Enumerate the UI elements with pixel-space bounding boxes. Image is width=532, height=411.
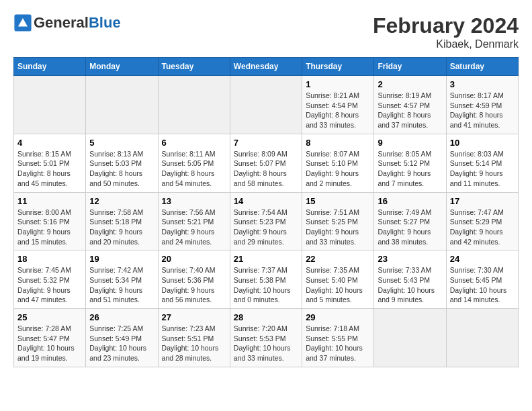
day-info: Sunrise: 8:00 AM Sunset: 5:16 PM Dayligh… [17,208,82,247]
logo-blue-text: Blue [89,14,121,31]
day-info: Sunrise: 7:18 AM Sunset: 5:55 PM Dayligh… [306,324,370,363]
day-info: Sunrise: 7:20 AM Sunset: 5:53 PM Dayligh… [234,324,298,363]
calendar-cell: 27Sunrise: 7:23 AM Sunset: 5:51 PM Dayli… [158,309,230,367]
calendar-cell [374,309,446,367]
day-number: 18 [17,254,82,264]
day-info: Sunrise: 7:54 AM Sunset: 5:23 PM Dayligh… [234,208,298,247]
calendar-cell: 16Sunrise: 7:49 AM Sunset: 5:27 PM Dayli… [374,192,446,250]
calendar-cell: 24Sunrise: 7:30 AM Sunset: 5:45 PM Dayli… [446,250,518,309]
day-number: 24 [450,254,515,264]
logo: GeneralBlue [13,13,121,32]
day-number: 27 [162,312,226,322]
calendar-cell [158,76,230,134]
day-info: Sunrise: 7:40 AM Sunset: 5:36 PM Dayligh… [162,265,226,305]
calendar-cell: 11Sunrise: 8:00 AM Sunset: 5:16 PM Dayli… [14,192,86,250]
header-cell-wednesday: Wednesday [230,58,302,76]
logo-icon [13,13,32,32]
calendar-row-2: 11Sunrise: 8:00 AM Sunset: 5:16 PM Dayli… [14,192,519,250]
day-number: 11 [17,196,82,206]
calendar-cell: 22Sunrise: 7:35 AM Sunset: 5:40 PM Dayli… [302,250,374,309]
calendar-cell: 14Sunrise: 7:54 AM Sunset: 5:23 PM Dayli… [230,192,302,250]
header-cell-sunday: Sunday [14,58,86,76]
calendar-cell: 23Sunrise: 7:33 AM Sunset: 5:43 PM Dayli… [374,250,446,309]
day-number: 29 [306,312,370,322]
calendar-cell: 3Sunrise: 8:17 AM Sunset: 4:59 PM Daylig… [446,76,518,134]
calendar-row-0: 1Sunrise: 8:21 AM Sunset: 4:54 PM Daylig… [14,76,519,134]
day-info: Sunrise: 8:03 AM Sunset: 5:14 PM Dayligh… [450,149,515,189]
day-info: Sunrise: 7:42 AM Sunset: 5:34 PM Dayligh… [89,265,154,305]
page-header: GeneralBlue February 2024 Kibaek, Denmar… [13,13,519,50]
calendar-cell: 29Sunrise: 7:18 AM Sunset: 5:55 PM Dayli… [302,309,374,367]
day-info: Sunrise: 7:45 AM Sunset: 5:32 PM Dayligh… [17,265,82,305]
day-number: 6 [162,138,226,148]
day-info: Sunrise: 8:19 AM Sunset: 4:57 PM Dayligh… [378,91,442,130]
day-number: 12 [89,196,154,206]
calendar-row-4: 25Sunrise: 7:28 AM Sunset: 5:47 PM Dayli… [14,309,519,367]
day-number: 22 [306,254,370,264]
day-info: Sunrise: 7:28 AM Sunset: 5:47 PM Dayligh… [17,324,82,363]
calendar-cell: 7Sunrise: 8:09 AM Sunset: 5:07 PM Daylig… [230,134,302,192]
day-number: 28 [234,312,298,322]
calendar-cell: 10Sunrise: 8:03 AM Sunset: 5:14 PM Dayli… [446,134,518,192]
day-number: 1 [306,79,370,89]
calendar-cell: 9Sunrise: 8:05 AM Sunset: 5:12 PM Daylig… [374,134,446,192]
calendar-cell [14,76,86,134]
day-info: Sunrise: 8:17 AM Sunset: 4:59 PM Dayligh… [450,91,515,130]
header-row: SundayMondayTuesdayWednesdayThursdayFrid… [14,58,519,76]
day-info: Sunrise: 7:56 AM Sunset: 5:21 PM Dayligh… [162,208,226,247]
calendar-cell: 1Sunrise: 8:21 AM Sunset: 4:54 PM Daylig… [302,76,374,134]
calendar-cell: 18Sunrise: 7:45 AM Sunset: 5:32 PM Dayli… [14,250,86,309]
day-info: Sunrise: 7:37 AM Sunset: 5:38 PM Dayligh… [234,265,298,305]
calendar-cell: 5Sunrise: 8:13 AM Sunset: 5:03 PM Daylig… [86,134,158,192]
day-number: 4 [17,138,82,148]
header-cell-friday: Friday [374,58,446,76]
day-info: Sunrise: 8:07 AM Sunset: 5:10 PM Dayligh… [306,149,370,189]
header-cell-saturday: Saturday [446,58,518,76]
logo-general-text: General [34,14,89,31]
day-number: 21 [234,254,298,264]
calendar-cell: 26Sunrise: 7:25 AM Sunset: 5:49 PM Dayli… [86,309,158,367]
day-number: 13 [162,196,226,206]
day-info: Sunrise: 8:13 AM Sunset: 5:03 PM Dayligh… [89,149,154,189]
day-info: Sunrise: 7:23 AM Sunset: 5:51 PM Dayligh… [162,324,226,363]
header-cell-tuesday: Tuesday [158,58,230,76]
calendar-cell: 20Sunrise: 7:40 AM Sunset: 5:36 PM Dayli… [158,250,230,309]
day-info: Sunrise: 7:35 AM Sunset: 5:40 PM Dayligh… [306,265,370,305]
calendar-cell: 2Sunrise: 8:19 AM Sunset: 4:57 PM Daylig… [374,76,446,134]
day-number: 7 [234,138,298,148]
day-number: 25 [17,312,82,322]
page-subtitle: Kibaek, Denmark [373,38,519,50]
day-number: 8 [306,138,370,148]
day-info: Sunrise: 8:11 AM Sunset: 5:05 PM Dayligh… [162,149,226,189]
day-info: Sunrise: 7:33 AM Sunset: 5:43 PM Dayligh… [378,265,442,305]
calendar-cell: 28Sunrise: 7:20 AM Sunset: 5:53 PM Dayli… [230,309,302,367]
calendar-cell: 19Sunrise: 7:42 AM Sunset: 5:34 PM Dayli… [86,250,158,309]
day-info: Sunrise: 7:30 AM Sunset: 5:45 PM Dayligh… [450,265,515,305]
day-info: Sunrise: 7:25 AM Sunset: 5:49 PM Dayligh… [89,324,154,363]
calendar-cell: 13Sunrise: 7:56 AM Sunset: 5:21 PM Dayli… [158,192,230,250]
calendar-cell: 8Sunrise: 8:07 AM Sunset: 5:10 PM Daylig… [302,134,374,192]
calendar-cell: 4Sunrise: 8:15 AM Sunset: 5:01 PM Daylig… [14,134,86,192]
calendar-cell: 17Sunrise: 7:47 AM Sunset: 5:29 PM Dayli… [446,192,518,250]
calendar-cell: 12Sunrise: 7:58 AM Sunset: 5:18 PM Dayli… [86,192,158,250]
calendar-cell [86,76,158,134]
day-number: 23 [378,254,442,264]
day-number: 14 [234,196,298,206]
calendar-cell [446,309,518,367]
calendar-cell: 21Sunrise: 7:37 AM Sunset: 5:38 PM Dayli… [230,250,302,309]
day-number: 17 [450,196,515,206]
calendar-cell [230,76,302,134]
day-info: Sunrise: 7:51 AM Sunset: 5:25 PM Dayligh… [306,208,370,247]
page-title: February 2024 [373,13,519,38]
day-number: 26 [89,312,154,322]
day-number: 9 [378,138,442,148]
day-info: Sunrise: 8:21 AM Sunset: 4:54 PM Dayligh… [306,91,370,130]
day-number: 19 [89,254,154,264]
day-info: Sunrise: 7:49 AM Sunset: 5:27 PM Dayligh… [378,208,442,247]
day-number: 2 [378,79,442,89]
header-cell-monday: Monday [86,58,158,76]
day-info: Sunrise: 7:47 AM Sunset: 5:29 PM Dayligh… [450,208,515,247]
calendar-body: 1Sunrise: 8:21 AM Sunset: 4:54 PM Daylig… [14,76,519,367]
calendar-row-1: 4Sunrise: 8:15 AM Sunset: 5:01 PM Daylig… [14,134,519,192]
title-block: February 2024 Kibaek, Denmark [373,13,519,50]
